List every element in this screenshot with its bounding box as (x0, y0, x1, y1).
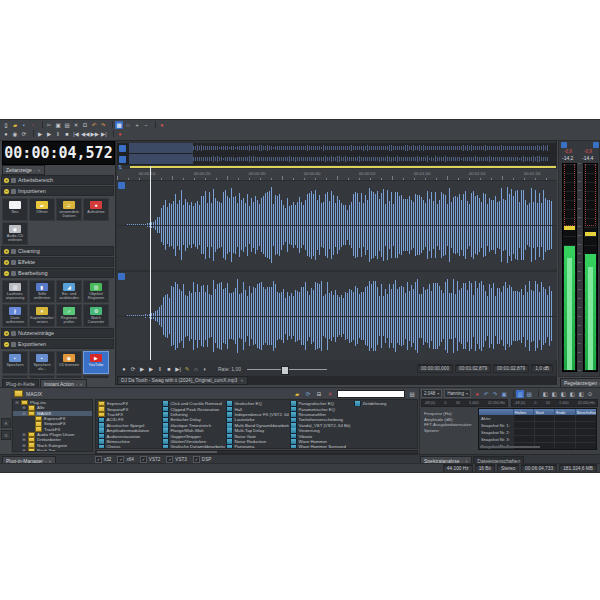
filter-vst3[interactable]: ✓VST3 (166, 456, 187, 463)
window-function-select[interactable]: Hanning▾ (444, 389, 471, 398)
plugin-list-item[interactable]: Click and Crackle Removal (162, 401, 225, 406)
tile-audio-cd-einlesen[interactable]: ◉Audio-CD einlesen (2, 222, 28, 245)
pin-icon[interactable]: ⊙ (586, 390, 594, 398)
redo-icon[interactable]: ↷ (99, 121, 107, 129)
open-folder-icon[interactable]: ▰ (11, 121, 19, 129)
plugin-list-item[interactable]: Clipped Peak Restoration (162, 406, 225, 411)
collapse-icon[interactable]: − (4, 189, 9, 194)
plugin-list-item[interactable]: Wave Hammer Surround (290, 444, 353, 449)
tree-expander-icon[interactable]: ⊞ (22, 432, 26, 437)
overview-lane[interactable] (129, 154, 557, 164)
play-icon[interactable]: ▶ (36, 130, 44, 138)
filter-vst2[interactable]: ✓VST2 (140, 456, 161, 463)
fft-size-select[interactable]: 2.048▾ (421, 389, 442, 398)
record-icon[interactable]: ● (2, 130, 10, 138)
tile-cd-brennen[interactable]: ◉CD brennen (56, 351, 82, 374)
tile-speichern-als-[interactable]: ▪Speichern als... (29, 351, 55, 374)
file-tab[interactable]: DJ Da Tooth - Swag with it (2024)_Origin… (117, 376, 248, 385)
meter-settings-icon[interactable] (593, 142, 599, 148)
tree-expander-icon[interactable]: ⊟ (15, 400, 19, 405)
undo-icon[interactable]: ↶ (482, 390, 490, 398)
tile-kapitelmarker-setzen[interactable]: ▾Kapitelmarker setzen (29, 304, 55, 327)
plugin-search-input[interactable] (337, 390, 405, 398)
collapse-icon[interactable]: − (4, 342, 9, 347)
rate-handle[interactable] (281, 366, 289, 375)
record-icon[interactable]: ● (473, 390, 481, 398)
tree-expander-icon[interactable]: ⊞ (22, 405, 26, 410)
filter-x32[interactable]: ✓x32 (95, 456, 111, 463)
tree-expander-icon[interactable]: ⊞ (22, 437, 26, 442)
tile-batch-converter[interactable]: ⚙Batch Converter (83, 304, 109, 327)
tile-speichern[interactable]: ▪Speichern (2, 351, 28, 374)
expand-icon[interactable]: + (4, 249, 9, 254)
scrub-icon[interactable]: ✎ (183, 365, 191, 373)
paste-icon[interactable]: ▤ (63, 121, 71, 129)
expand-icon[interactable]: + (4, 260, 9, 265)
play-loop-icon[interactable]: ▶ (45, 130, 53, 138)
tile-datei-auftrennen[interactable]: ∦Datei auftrennen (2, 304, 28, 327)
tile-spotify[interactable]: ●Spotify (2, 375, 28, 378)
snapshot-3-icon[interactable]: ◧ (559, 390, 567, 398)
snap-icon[interactable]: ∩ (192, 365, 200, 373)
tab-zeitanzeige[interactable]: Zeitanzeige ▫ ✕ (2, 165, 45, 175)
tile-soundcloud[interactable]: ●SoundCloud (29, 375, 55, 378)
tile-neu[interactable]: ▯Neu (2, 198, 28, 221)
overview-channel-icon[interactable] (119, 145, 126, 152)
snap-icon[interactable]: ∩ (124, 121, 132, 129)
add-folder-icon[interactable]: ▰ (293, 390, 301, 397)
save-icon[interactable]: ▪ (20, 121, 28, 129)
channel-fx-icon[interactable] (118, 273, 125, 280)
table-row[interactable]: Aktiv: (479, 415, 596, 422)
list-view-icon[interactable]: ▤ (408, 390, 416, 397)
meter-settings-icon[interactable] (561, 142, 567, 148)
goto-end-icon[interactable]: ▶| (174, 365, 182, 373)
play-all-icon[interactable]: ▶ (147, 365, 155, 373)
checkbox-icon[interactable]: ✓ (117, 456, 124, 463)
close-icon[interactable]: ✕ (240, 378, 243, 383)
plugin-list-item[interactable]: Chorus (98, 444, 161, 449)
import-icon[interactable]: ▫ (29, 121, 37, 129)
tree-expander-icon[interactable]: ⊞ (22, 448, 26, 452)
rewind-icon[interactable]: ◀◀ (81, 130, 89, 138)
overview-lane[interactable] (129, 143, 557, 153)
expand-icon[interactable]: + (4, 331, 9, 336)
checkbox-icon[interactable]: ✓ (140, 456, 147, 463)
horizontal-scrollbar-thumb[interactable] (480, 446, 540, 448)
waveform-channel-right[interactable] (117, 271, 557, 360)
tile-objekte-regionen[interactable]: ▥Objekte/ Regionen (83, 280, 109, 303)
line-graph-icon[interactable]: ▤ (525, 390, 533, 398)
record-options-icon[interactable]: ● (158, 121, 166, 129)
waveform-overview[interactable] (117, 143, 557, 165)
plugin-list-item[interactable]: Independence FX (VST2, 64 Bit) (226, 412, 289, 417)
overview-channel-icon[interactable] (119, 156, 126, 163)
tile-öffnen[interactable]: ▰Öffnen (29, 198, 55, 221)
tile-acx-prüfung[interactable]: ✓ACX Prüfung (56, 375, 82, 378)
monitor-icon[interactable]: ⟳ (20, 130, 28, 138)
stop-icon[interactable]: ■ (63, 130, 71, 138)
tile-stille-entfernen[interactable]: ▮Stille entfernen (29, 280, 55, 303)
record-icon[interactable]: ● (120, 365, 128, 373)
checkbox-icon[interactable]: ✓ (193, 456, 200, 463)
snapshot-5-icon[interactable]: ◧ (577, 390, 585, 398)
mix-icon[interactable]: ◐ (201, 365, 209, 373)
tile-youtube[interactable]: ▶YouTube (83, 351, 109, 374)
record-pause-icon[interactable]: ◉ (11, 130, 19, 138)
table-row[interactable]: Snapshot Nr. 1: (479, 422, 596, 429)
sidebar-section-effekte[interactable]: +Effekte (1, 257, 114, 267)
snapshot-4-icon[interactable]: ◧ (568, 390, 576, 398)
dock-close-icon[interactable]: ✕ (1, 418, 11, 428)
bar-graph-icon[interactable]: ▥ (516, 390, 524, 398)
goto-start-icon[interactable]: |◀ (72, 130, 80, 138)
collapse-icon[interactable]: − (4, 271, 9, 276)
undo-icon[interactable]: ↶ (90, 121, 98, 129)
table-row[interactable]: Snapshot Nr. 2: (479, 429, 596, 436)
zoom-in-icon[interactable]: + (133, 121, 141, 129)
select-icon[interactable]: ▣ (500, 390, 508, 398)
filter-dsp[interactable]: ✓DSP (193, 456, 211, 463)
object-mode-icon[interactable]: ▦ (115, 121, 123, 129)
checkbox-icon[interactable]: ✓ (95, 456, 102, 463)
undock-icon[interactable]: ▫ (76, 382, 77, 387)
close-icon[interactable]: ✕ (37, 168, 40, 173)
stop-icon[interactable]: ■ (165, 365, 173, 373)
settings-icon[interactable]: ⊟ (315, 390, 323, 397)
